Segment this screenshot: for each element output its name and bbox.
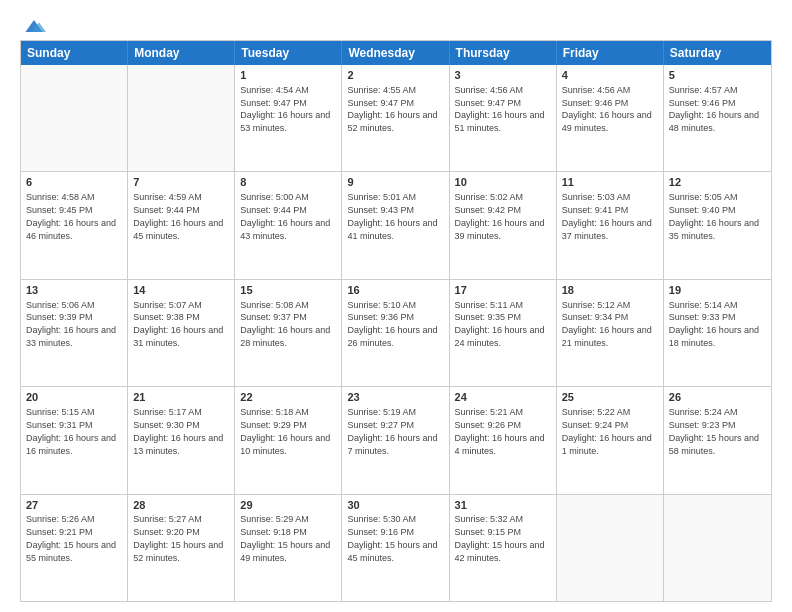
cell-text: Sunrise: 5:21 AM Sunset: 9:26 PM Dayligh… (455, 407, 545, 455)
day-number: 5 (669, 68, 766, 83)
calendar-cell: 23Sunrise: 5:19 AM Sunset: 9:27 PM Dayli… (342, 387, 449, 493)
cell-text: Sunrise: 5:27 AM Sunset: 9:20 PM Dayligh… (133, 514, 223, 562)
day-number: 7 (133, 175, 229, 190)
calendar-cell: 29Sunrise: 5:29 AM Sunset: 9:18 PM Dayli… (235, 495, 342, 601)
cell-text: Sunrise: 5:22 AM Sunset: 9:24 PM Dayligh… (562, 407, 652, 455)
day-number: 21 (133, 390, 229, 405)
cell-text: Sunrise: 5:32 AM Sunset: 9:15 PM Dayligh… (455, 514, 545, 562)
calendar-header-cell: Sunday (21, 41, 128, 65)
calendar-cell (557, 495, 664, 601)
calendar-cell: 12Sunrise: 5:05 AM Sunset: 9:40 PM Dayli… (664, 172, 771, 278)
cell-text: Sunrise: 5:00 AM Sunset: 9:44 PM Dayligh… (240, 192, 330, 240)
day-number: 25 (562, 390, 658, 405)
day-number: 9 (347, 175, 443, 190)
day-number: 15 (240, 283, 336, 298)
cell-text: Sunrise: 4:56 AM Sunset: 9:47 PM Dayligh… (455, 85, 545, 133)
calendar: SundayMondayTuesdayWednesdayThursdayFrid… (20, 40, 772, 602)
cell-text: Sunrise: 5:30 AM Sunset: 9:16 PM Dayligh… (347, 514, 437, 562)
day-number: 31 (455, 498, 551, 513)
calendar-cell: 2Sunrise: 4:55 AM Sunset: 9:47 PM Daylig… (342, 65, 449, 171)
cell-text: Sunrise: 5:11 AM Sunset: 9:35 PM Dayligh… (455, 300, 545, 348)
calendar-cell: 13Sunrise: 5:06 AM Sunset: 9:39 PM Dayli… (21, 280, 128, 386)
cell-text: Sunrise: 4:58 AM Sunset: 9:45 PM Dayligh… (26, 192, 116, 240)
cell-text: Sunrise: 5:07 AM Sunset: 9:38 PM Dayligh… (133, 300, 223, 348)
cell-text: Sunrise: 4:57 AM Sunset: 9:46 PM Dayligh… (669, 85, 759, 133)
cell-text: Sunrise: 5:29 AM Sunset: 9:18 PM Dayligh… (240, 514, 330, 562)
calendar-row: 1Sunrise: 4:54 AM Sunset: 9:47 PM Daylig… (21, 65, 771, 171)
calendar-cell: 3Sunrise: 4:56 AM Sunset: 9:47 PM Daylig… (450, 65, 557, 171)
day-number: 18 (562, 283, 658, 298)
calendar-row: 6Sunrise: 4:58 AM Sunset: 9:45 PM Daylig… (21, 171, 771, 278)
calendar-cell: 15Sunrise: 5:08 AM Sunset: 9:37 PM Dayli… (235, 280, 342, 386)
logo-icon (22, 16, 46, 36)
calendar-cell: 5Sunrise: 4:57 AM Sunset: 9:46 PM Daylig… (664, 65, 771, 171)
day-number: 22 (240, 390, 336, 405)
calendar-cell: 26Sunrise: 5:24 AM Sunset: 9:23 PM Dayli… (664, 387, 771, 493)
calendar-cell (664, 495, 771, 601)
cell-text: Sunrise: 4:59 AM Sunset: 9:44 PM Dayligh… (133, 192, 223, 240)
calendar-cell: 22Sunrise: 5:18 AM Sunset: 9:29 PM Dayli… (235, 387, 342, 493)
day-number: 8 (240, 175, 336, 190)
day-number: 26 (669, 390, 766, 405)
cell-text: Sunrise: 5:18 AM Sunset: 9:29 PM Dayligh… (240, 407, 330, 455)
day-number: 12 (669, 175, 766, 190)
calendar-cell: 1Sunrise: 4:54 AM Sunset: 9:47 PM Daylig… (235, 65, 342, 171)
calendar-cell: 4Sunrise: 4:56 AM Sunset: 9:46 PM Daylig… (557, 65, 664, 171)
cell-text: Sunrise: 5:02 AM Sunset: 9:42 PM Dayligh… (455, 192, 545, 240)
calendar-header-cell: Wednesday (342, 41, 449, 65)
cell-text: Sunrise: 5:01 AM Sunset: 9:43 PM Dayligh… (347, 192, 437, 240)
calendar-cell: 16Sunrise: 5:10 AM Sunset: 9:36 PM Dayli… (342, 280, 449, 386)
day-number: 2 (347, 68, 443, 83)
calendar-cell: 31Sunrise: 5:32 AM Sunset: 9:15 PM Dayli… (450, 495, 557, 601)
day-number: 29 (240, 498, 336, 513)
calendar-header-cell: Saturday (664, 41, 771, 65)
calendar-header-cell: Friday (557, 41, 664, 65)
cell-text: Sunrise: 5:12 AM Sunset: 9:34 PM Dayligh… (562, 300, 652, 348)
calendar-cell: 25Sunrise: 5:22 AM Sunset: 9:24 PM Dayli… (557, 387, 664, 493)
day-number: 27 (26, 498, 122, 513)
calendar-cell: 14Sunrise: 5:07 AM Sunset: 9:38 PM Dayli… (128, 280, 235, 386)
calendar-cell: 20Sunrise: 5:15 AM Sunset: 9:31 PM Dayli… (21, 387, 128, 493)
calendar-cell: 8Sunrise: 5:00 AM Sunset: 9:44 PM Daylig… (235, 172, 342, 278)
calendar-cell: 18Sunrise: 5:12 AM Sunset: 9:34 PM Dayli… (557, 280, 664, 386)
cell-text: Sunrise: 5:08 AM Sunset: 9:37 PM Dayligh… (240, 300, 330, 348)
cell-text: Sunrise: 5:17 AM Sunset: 9:30 PM Dayligh… (133, 407, 223, 455)
day-number: 3 (455, 68, 551, 83)
day-number: 23 (347, 390, 443, 405)
calendar-cell: 6Sunrise: 4:58 AM Sunset: 9:45 PM Daylig… (21, 172, 128, 278)
day-number: 6 (26, 175, 122, 190)
calendar-cell: 24Sunrise: 5:21 AM Sunset: 9:26 PM Dayli… (450, 387, 557, 493)
calendar-cell: 19Sunrise: 5:14 AM Sunset: 9:33 PM Dayli… (664, 280, 771, 386)
calendar-row: 27Sunrise: 5:26 AM Sunset: 9:21 PM Dayli… (21, 494, 771, 601)
cell-text: Sunrise: 5:24 AM Sunset: 9:23 PM Dayligh… (669, 407, 759, 455)
day-number: 20 (26, 390, 122, 405)
calendar-cell: 28Sunrise: 5:27 AM Sunset: 9:20 PM Dayli… (128, 495, 235, 601)
cell-text: Sunrise: 5:14 AM Sunset: 9:33 PM Dayligh… (669, 300, 759, 348)
logo (20, 16, 46, 32)
calendar-row: 13Sunrise: 5:06 AM Sunset: 9:39 PM Dayli… (21, 279, 771, 386)
calendar-cell: 17Sunrise: 5:11 AM Sunset: 9:35 PM Dayli… (450, 280, 557, 386)
day-number: 28 (133, 498, 229, 513)
calendar-cell: 9Sunrise: 5:01 AM Sunset: 9:43 PM Daylig… (342, 172, 449, 278)
day-number: 19 (669, 283, 766, 298)
calendar-cell: 27Sunrise: 5:26 AM Sunset: 9:21 PM Dayli… (21, 495, 128, 601)
day-number: 17 (455, 283, 551, 298)
calendar-cell: 10Sunrise: 5:02 AM Sunset: 9:42 PM Dayli… (450, 172, 557, 278)
cell-text: Sunrise: 5:19 AM Sunset: 9:27 PM Dayligh… (347, 407, 437, 455)
day-number: 16 (347, 283, 443, 298)
cell-text: Sunrise: 5:06 AM Sunset: 9:39 PM Dayligh… (26, 300, 116, 348)
cell-text: Sunrise: 5:05 AM Sunset: 9:40 PM Dayligh… (669, 192, 759, 240)
day-number: 14 (133, 283, 229, 298)
day-number: 10 (455, 175, 551, 190)
cell-text: Sunrise: 5:15 AM Sunset: 9:31 PM Dayligh… (26, 407, 116, 455)
cell-text: Sunrise: 4:54 AM Sunset: 9:47 PM Dayligh… (240, 85, 330, 133)
calendar-cell (128, 65, 235, 171)
calendar-cell: 30Sunrise: 5:30 AM Sunset: 9:16 PM Dayli… (342, 495, 449, 601)
calendar-cell: 21Sunrise: 5:17 AM Sunset: 9:30 PM Dayli… (128, 387, 235, 493)
calendar-header: SundayMondayTuesdayWednesdayThursdayFrid… (21, 41, 771, 65)
day-number: 11 (562, 175, 658, 190)
calendar-body: 1Sunrise: 4:54 AM Sunset: 9:47 PM Daylig… (21, 65, 771, 601)
header (20, 16, 772, 32)
cell-text: Sunrise: 5:03 AM Sunset: 9:41 PM Dayligh… (562, 192, 652, 240)
day-number: 24 (455, 390, 551, 405)
